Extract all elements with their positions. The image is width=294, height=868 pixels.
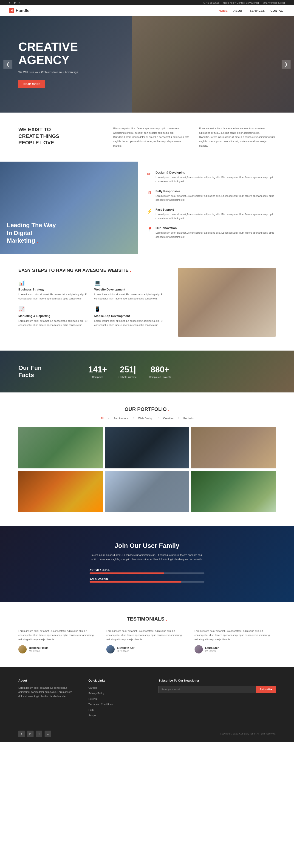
youtube-icon-top[interactable]: ▶ <box>14 1 16 4</box>
step-webdev-desc: Lorem ipsum dolor sit amet, Es consectet… <box>95 292 165 301</box>
feature-support-title: Fast Support <box>155 208 285 211</box>
step-marketing-title: Marketing & Reporting <box>19 314 89 318</box>
easy-steps-image <box>178 268 275 337</box>
footer-link-careers[interactable]: Careers <box>88 686 98 689</box>
step-strategy-title: Business Strategy <box>19 288 89 291</box>
feature-design-desc: Lorem ipsum dolor sit amet,Es consectetu… <box>155 176 285 183</box>
footer-twitter-icon[interactable]: t <box>36 731 42 737</box>
nav-home[interactable]: HOME <box>219 9 228 13</box>
navbar: H Handler HOME ABOUT SERVICES CONTACT <box>0 5 294 16</box>
testimonial-1-text: Lorem ipsum dolor sit amet,Es consectetu… <box>19 629 100 642</box>
feature-design: ✏ Design & Developing Lorem ipsum dolor … <box>147 171 285 183</box>
progress-activity: ACTIVITY LEVEL <box>89 568 205 574</box>
social-icons-top: f t ▶ in <box>9 1 20 4</box>
feature-support-desc: Lorem ipsum dolor sit amet,Es consectetu… <box>155 213 285 220</box>
portfolio-item-6[interactable] <box>191 471 275 512</box>
footer-social-icons: f in t G <box>19 731 51 737</box>
hero-content: CREATIVE AGENCY We Will Turn Your Proble… <box>0 40 97 88</box>
testimonial-3: Lorem ipsum dolor sit amet,Es consectetu… <box>194 629 275 653</box>
brand[interactable]: H Handler <box>9 8 31 13</box>
user-family-section: Join Our User Family Lorem ipsum dolor s… <box>0 526 294 602</box>
portfolio-item-1[interactable] <box>19 427 103 468</box>
nav-services[interactable]: SERVICES <box>250 9 265 12</box>
footer-google-icon[interactable]: G <box>44 731 51 737</box>
email-label: Need help? Contact us via email <box>223 1 259 4</box>
hero-next-arrow[interactable]: ❯ <box>282 60 291 69</box>
portfolio-item-3[interactable] <box>191 427 275 468</box>
nav-links: HOME ABOUT SERVICES CONTACT <box>219 9 285 12</box>
footer-link-privacy[interactable]: Privacy Policy <box>88 692 104 695</box>
fun-facts-section: Our Fun Facts 141+ Campains 251| Global … <box>0 350 294 393</box>
easy-steps-left: EASY STEPS TO HAVING AN AWESOME WEBSITE … <box>19 268 164 327</box>
portfolio-filters: All / Architecture / Web Design / Creati… <box>19 417 275 420</box>
step-mobile-desc: Lorem ipsum dolor sit amet, Es consectet… <box>95 319 165 327</box>
support-icon: ⚡ <box>147 208 152 220</box>
we-exist-col1: Et consequatur illum facere aperiam sequ… <box>113 126 190 148</box>
feature-innovation-content: Our Innovation Lorem ipsum dolor sit ame… <box>155 226 285 239</box>
digital-image: Leading The Way In Digital Marketing . <box>0 162 138 254</box>
step-mobile-title: Mobile App Development <box>95 314 165 318</box>
phone-number: +1 42 5857555 <box>203 1 220 4</box>
portfolio-grid <box>19 427 275 512</box>
we-exist-heading: WE EXIST TO CREATE THINGS PEOPLE LOVE <box>19 126 100 146</box>
author-1-info: Blanche Fields Marketing <box>29 646 48 652</box>
filter-webdesign[interactable]: Web Design <box>138 417 153 420</box>
testimonials-section: TESTIMONIALS . Lorem ipsum dolor sit ame… <box>0 602 294 667</box>
footer-linkedin-icon[interactable]: in <box>27 731 34 737</box>
author-2-info: Elizabeth Ker HR Officer <box>117 646 134 652</box>
author-3-info: Laura Sten PA Officer <box>205 646 219 652</box>
hero-cta-button[interactable]: Read More <box>19 80 45 88</box>
twitter-icon-top[interactable]: t <box>12 1 12 4</box>
responsive-icon: 🖥 <box>147 190 152 202</box>
feature-responsive-content: Fully Responsive Lorem ipsum dolor sit a… <box>155 189 285 202</box>
footer-grid: About Lorem ipsum dolor sit amet, Es con… <box>19 679 275 719</box>
progress-satisfaction: SATISFACTION <box>89 577 205 583</box>
portfolio-item-2[interactable] <box>105 427 189 468</box>
hero-section: CREATIVE AGENCY We Will Turn Your Proble… <box>0 16 294 113</box>
stat-customers-number: 251| <box>118 365 138 374</box>
feature-innovation: 📍 Our Innovation Lorem ipsum dolor sit a… <box>147 226 285 239</box>
footer-link-support[interactable]: Support <box>88 714 98 717</box>
fun-facts-heading: Our Fun Facts <box>19 364 75 379</box>
nav-about[interactable]: ABOUT <box>233 9 244 12</box>
facebook-icon-top[interactable]: f <box>9 1 10 4</box>
footer-link-terms[interactable]: Terms and Conditions <box>88 703 113 706</box>
filter-architecture[interactable]: Architecture <box>113 417 128 420</box>
filter-all[interactable]: All <box>101 417 104 420</box>
hero-subtitle: We Will Turn Your Problems Into Your Adv… <box>19 70 78 74</box>
footer-bottom: f in t G Copyright © 2020. Company name.… <box>19 726 275 737</box>
stat-customers-label: Global Customer <box>118 376 138 378</box>
innovation-icon: 📍 <box>147 227 152 239</box>
step-marketing: 📈 Marketing & Reporting Lorem ipsum dolo… <box>19 306 89 327</box>
author-1-name: Blanche Fields <box>29 646 48 650</box>
hero-title-line1: CREATIVE <box>19 40 78 53</box>
stat-campains-label: Campains <box>88 376 107 378</box>
testimonial-2: Lorem ipsum dolor sit amet,Es consectetu… <box>106 629 187 653</box>
portfolio-item-5[interactable] <box>105 471 189 512</box>
filter-creative[interactable]: Creative <box>163 417 174 420</box>
steps-grid: 📊 Business Strategy Lorem ipsum dolor si… <box>19 280 164 327</box>
user-family-content: Join Our User Family Lorem ipsum dolor s… <box>89 542 205 582</box>
footer-about: About Lorem ipsum dolor sit amet, Es con… <box>19 679 77 719</box>
digital-section: Leading The Way In Digital Marketing . ✏… <box>0 162 294 254</box>
linkedin-icon-top[interactable]: in <box>18 1 20 4</box>
mobile-icon: 📱 <box>95 306 165 312</box>
marketing-icon: 📈 <box>19 306 89 312</box>
newsletter-input[interactable] <box>158 686 256 693</box>
footer-link-help[interactable]: Help <box>88 709 94 711</box>
nav-contact[interactable]: CONTACT <box>270 9 285 12</box>
footer-link-referral[interactable]: Referral <box>88 698 98 700</box>
feature-responsive-title: Fully Responsive <box>155 189 285 193</box>
portfolio-item-4[interactable] <box>19 471 103 512</box>
newsletter-submit-button[interactable]: Subscribe <box>256 686 275 693</box>
feature-support-content: Fast Support Lorem ipsum dolor sit amet,… <box>155 208 285 220</box>
footer-links-col: Quick Links Careers Privacy Policy Refer… <box>88 679 147 719</box>
portfolio-title: OUR PORTFOLIO . <box>19 406 275 412</box>
strategy-icon: 📊 <box>19 280 89 286</box>
steps-photo <box>178 268 275 337</box>
progress-activity-fill <box>89 572 164 574</box>
footer-facebook-icon[interactable]: f <box>19 731 25 737</box>
hero-prev-arrow[interactable]: ❮ <box>3 60 12 69</box>
filter-portfolio[interactable]: Portfolio <box>183 417 193 420</box>
feature-design-title: Design & Developing <box>155 171 285 174</box>
